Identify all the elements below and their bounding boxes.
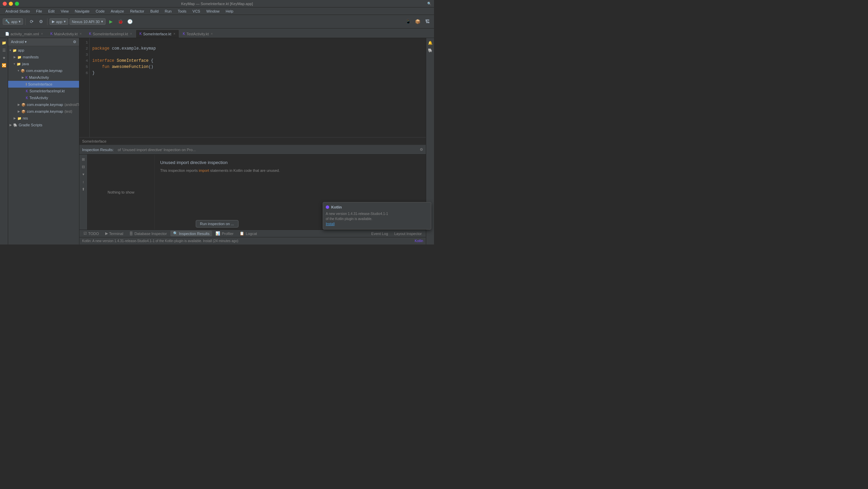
run-config-dropdown[interactable]: ▶ app ▾ xyxy=(50,18,68,25)
favorites-icon[interactable]: ★ xyxy=(1,54,7,61)
search-icon[interactable]: 🔍 xyxy=(427,2,431,5)
project-panel-gear[interactable]: ⚙ xyxy=(73,40,76,44)
tab-logcat[interactable]: 📋 Logcat xyxy=(237,231,260,236)
inspection-collapse-icon[interactable]: ⊟ xyxy=(80,163,87,170)
menu-build[interactable]: Build xyxy=(148,8,161,14)
minimize-button[interactable] xyxy=(9,2,13,6)
android-dropdown-label[interactable]: Android ▾ xyxy=(11,40,27,44)
tab-todo[interactable]: ☑ TODO xyxy=(81,231,102,236)
tab-close-activity-main[interactable]: × xyxy=(41,32,43,36)
tree-item-res[interactable]: ▶ 📁 res xyxy=(8,115,79,122)
tree-item-java[interactable]: ▾ 📁 java xyxy=(8,60,79,67)
menu-vcs[interactable]: VCS xyxy=(190,8,203,14)
breadcrumb-text: SomeInterface xyxy=(82,139,107,143)
close-button[interactable] xyxy=(3,2,7,6)
build-variants-icon[interactable]: 🔀 xyxy=(1,62,7,69)
sync-button[interactable]: ⟳ xyxy=(27,18,36,26)
tab-database-inspector[interactable]: 🗄 Database Inspector xyxy=(127,231,169,236)
tree-badge-androidtest: (androidTest) xyxy=(64,103,79,107)
tab-some-interface[interactable]: K SomeInterface.kt × xyxy=(136,30,179,38)
tree-item-someinterfaceimpl[interactable]: K SomeInterfaceImpl.kt xyxy=(8,88,79,94)
tab-label-activity-main: activity_main.xml xyxy=(11,32,39,36)
menu-android-studio[interactable]: Android Studio xyxy=(3,8,33,14)
tab-close-some-interface-impl[interactable]: × xyxy=(130,32,132,36)
project-icon[interactable]: 📁 xyxy=(1,39,7,46)
run-button[interactable]: ▶ xyxy=(107,18,115,26)
inspection-panel-title: Inspection Results: xyxy=(82,148,114,152)
tab-activity-main-xml[interactable]: 📄 activity_main.xml × xyxy=(1,30,47,38)
menu-run[interactable]: Run xyxy=(162,8,174,14)
tree-item-testactivity[interactable]: K TestActivity xyxy=(8,94,79,101)
tree-item-someinterface[interactable]: I SomeInterface xyxy=(8,81,79,88)
device-chevron: ▾ xyxy=(101,19,103,24)
tab-terminal[interactable]: ▶ Terminal xyxy=(102,231,126,236)
file-tabs: 📄 activity_main.xml × K MainActivtiy.kt … xyxy=(0,29,434,38)
notification-title: Kotlin xyxy=(331,205,342,209)
inspection-sort-icon[interactable]: ↕ xyxy=(80,178,87,185)
notification-install-link[interactable]: Install xyxy=(326,222,335,226)
tab-label-test-activity: TestActivity.kt xyxy=(186,32,209,36)
avd-manager-button[interactable]: 📱 xyxy=(404,18,412,26)
tab-close-main-activity[interactable]: × xyxy=(80,32,82,36)
project-panel-header[interactable]: Android ▾ ⚙ xyxy=(8,38,79,46)
left-sidebar: 📁 ☰ ★ 🔀 xyxy=(0,38,8,244)
tab-profiler[interactable]: 📊 Profiler xyxy=(213,231,236,236)
structure-icon[interactable]: ☰ xyxy=(1,47,7,54)
menu-edit[interactable]: Edit xyxy=(45,8,57,14)
run-inspection-button[interactable]: Run inspection on ... xyxy=(195,220,238,228)
inspection-settings-icon[interactable]: ⚙ xyxy=(420,147,423,152)
logcat-icon: 📋 xyxy=(240,231,244,236)
profile-button[interactable]: 🕐 xyxy=(126,18,134,26)
inspection-expand-icon[interactable]: ⊞ xyxy=(80,156,87,163)
notifications-icon[interactable]: 🔔 xyxy=(427,39,434,46)
kt-file-icon-1: K xyxy=(51,32,53,36)
code-line-1 xyxy=(92,39,423,46)
notification-body: A new version 1.4.31-release-Studio4.1-1… xyxy=(326,211,428,227)
menu-refactor[interactable]: Refactor xyxy=(127,8,147,14)
menu-tools[interactable]: Tools xyxy=(175,8,189,14)
menu-help[interactable]: Help xyxy=(223,8,236,14)
tree-label-app: app xyxy=(18,48,24,52)
gradle-sidebar-icon[interactable]: 🐘 xyxy=(427,47,434,54)
tab-event-log[interactable]: Event Log xyxy=(369,231,391,236)
debug-button[interactable]: 🐞 xyxy=(116,18,125,26)
tree-item-gradle[interactable]: ▶ 🐘 Gradle Scripts xyxy=(8,122,79,128)
project-config-dropdown[interactable]: 🔧 app ▾ xyxy=(3,18,23,25)
device-dropdown[interactable]: Nexus 10 API 30 ▾ xyxy=(70,18,106,25)
tree-label-someinterface: SomeInterface xyxy=(28,82,53,86)
inspection-filter-icon[interactable]: ▾ xyxy=(80,171,87,178)
inspection-export-icon[interactable]: ⬆ xyxy=(80,186,87,193)
inspection-detail-description: This inspection reports import statement… xyxy=(160,168,420,173)
tree-arrow-mainactivity: ▶ xyxy=(22,76,24,79)
tree-item-mainactivity[interactable]: ▶ K MainActivity xyxy=(8,74,79,81)
menu-view[interactable]: View xyxy=(58,8,72,14)
run-config-icon: ▶ xyxy=(52,19,55,24)
tab-close-some-interface[interactable]: × xyxy=(173,32,175,36)
settings-button[interactable]: ⚙ xyxy=(37,18,45,26)
menu-window[interactable]: Window xyxy=(204,8,222,14)
maximize-button[interactable] xyxy=(15,2,19,6)
tree-item-manifests[interactable]: ▶ 📁 manifests xyxy=(8,54,79,60)
menu-file[interactable]: File xyxy=(33,8,45,14)
tab-test-activity[interactable]: K TestActivity.kt × xyxy=(179,30,216,38)
tree-item-app[interactable]: ▾ 📁 app xyxy=(8,47,79,54)
window-title: KeyMap — SomeInterface.kt [KeyMap.app] xyxy=(181,2,253,6)
code-editor[interactable]: package com.example.keymap interface Som… xyxy=(90,38,426,137)
tab-inspection-results[interactable]: 🔍 Inspection Results xyxy=(170,231,212,236)
project-structure-button[interactable]: 🏗 xyxy=(423,18,431,26)
menu-navigate[interactable]: Navigate xyxy=(72,8,92,14)
notification-line1: A new version 1.4.31-release-Studio4.1-1 xyxy=(326,212,388,216)
toolbar-separator-1 xyxy=(25,18,25,25)
tree-item-package-main[interactable]: ▾ 📦 com.example.keymap xyxy=(8,67,79,74)
menu-analyze[interactable]: Analyze xyxy=(108,8,127,14)
inspection-panel-tab[interactable]: of 'Unused import directive' Inspection … xyxy=(116,147,198,152)
sdk-manager-button[interactable]: 📦 xyxy=(414,18,422,26)
tab-main-activity-kt[interactable]: K MainActivtiy.kt × xyxy=(47,30,86,38)
package-icon-androidtest: 📦 xyxy=(21,103,25,107)
tree-item-package-androidtest[interactable]: ▶ 📦 com.example.keymap (androidTest) xyxy=(8,101,79,108)
tab-close-test-activity[interactable]: × xyxy=(211,32,213,36)
menu-code[interactable]: Code xyxy=(93,8,107,14)
tab-some-interface-impl[interactable]: K SomeInterfaceImpl.kt × xyxy=(86,30,136,38)
tree-item-package-test[interactable]: ▶ 📦 com.example.keymap (test) xyxy=(8,108,79,115)
tab-layout-inspector[interactable]: Layout Inspector xyxy=(392,231,424,236)
